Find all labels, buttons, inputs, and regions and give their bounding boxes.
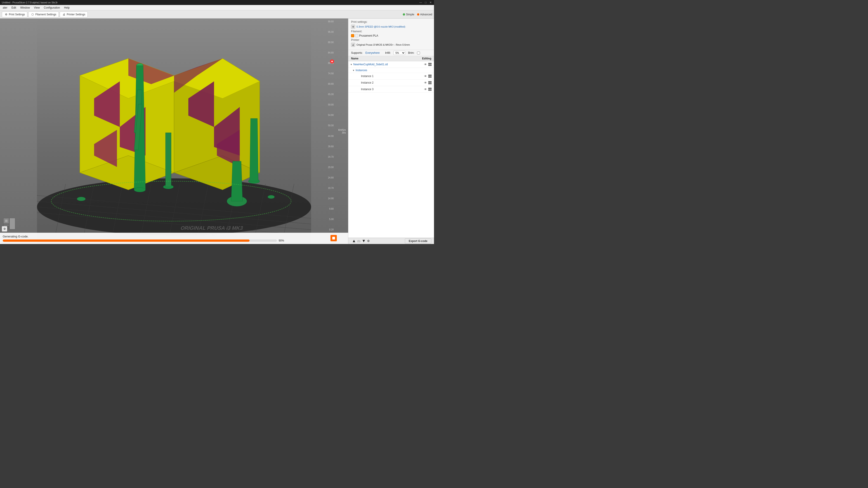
instance-3-edit-icon[interactable] (428, 87, 432, 92)
supports-label: Supports: (351, 51, 363, 55)
print-settings-label: Print Settings (9, 13, 25, 16)
advanced-mode-dot (417, 13, 419, 15)
progress-label: Generating G-code. (3, 235, 345, 238)
menu-item-edit[interactable]: Edit (10, 6, 18, 10)
editing-column-header: Editing (422, 57, 431, 60)
progress-track (3, 239, 277, 242)
settings-gear-icon[interactable]: ⚙ (367, 239, 370, 242)
ruler-mark-11: 44.90 (323, 135, 335, 137)
root-visibility-icon[interactable]: 👁 (423, 62, 428, 67)
menu-item-view[interactable]: View (32, 6, 41, 10)
root-object-name[interactable]: NewHexCupMold_Side01.stl (353, 63, 423, 66)
svg-text:ORIGINAL PRUSA i3 MK3: ORIGINAL PRUSA i3 MK3 (180, 225, 244, 231)
ruler-mark-10: 50.00 (323, 124, 335, 127)
settings-icon-button[interactable]: ⚙ (2, 226, 7, 232)
print-profile-row: ⚙ 0.3mm SPEED @0.6 nozzle MK3 (modified) (351, 25, 431, 29)
print-profile-icon: ⚙ (351, 25, 355, 29)
svg-point-42 (268, 195, 274, 199)
ruler-mark-20: 0.20 (323, 228, 335, 231)
ruler-mark-14: 29.90 (323, 166, 335, 168)
ruler-mark-5: 74.90 (323, 72, 335, 75)
filament-settings-icon: ⬡ (31, 13, 34, 16)
minimize-button[interactable]: — (419, 1, 422, 4)
stop-button[interactable] (331, 235, 337, 241)
menu-item-window[interactable]: Window (18, 6, 32, 10)
object-list-header: Name Editing (348, 56, 434, 61)
ruler-mark-18: 9.80 (323, 207, 335, 210)
simple-mode-dot (403, 13, 405, 15)
menu-item-configuration[interactable]: Configuration (42, 6, 62, 10)
progress-fill (3, 239, 250, 242)
advanced-mode-label: Advanced (420, 13, 432, 16)
menu-item-file[interactable]: ater (1, 6, 9, 10)
printer-settings-icon: 🖨 (62, 13, 66, 16)
ruler-mark-8: 59.90 (323, 103, 335, 106)
supports-value: Everywhere (365, 51, 379, 55)
infill-select[interactable]: 5% 10% 15% 20% (393, 51, 405, 55)
svg-point-41 (77, 197, 86, 201)
instances-expand-arrow[interactable]: ▼ (352, 69, 355, 72)
layers-down-icon[interactable]: ▼ (362, 238, 366, 243)
window-controls: — □ ✕ (419, 1, 432, 4)
supports-infill-row: Supports: Everywhere Infill: 5% 10% 15% … (348, 50, 434, 56)
printer-settings-button[interactable]: 🖨 Printer Settings (60, 11, 88, 18)
instance-1-name[interactable]: Instance 1 (356, 74, 423, 78)
ruler-mark-0: 99.80 (323, 20, 335, 23)
instance-2-row: Instance 2 👁 (348, 79, 434, 86)
simple-mode-option[interactable]: Simple (403, 13, 414, 16)
ruler-mark-7: 65.00 (323, 93, 335, 96)
print-settings-label: Print settings: (351, 20, 368, 24)
layers-up-icon[interactable]: ▲ (352, 238, 356, 243)
ruler-mark-19: 5.00 (323, 218, 335, 221)
brim-checkbox[interactable] (417, 52, 420, 55)
time-estimate-label: 6h45m 30s (338, 129, 346, 134)
svg-point-32 (134, 188, 146, 192)
svg-marker-38 (250, 119, 258, 181)
printer-value-row: 🖨 Original Prusa i3 MK3S & MK3S+ - Revo … (351, 43, 431, 47)
instance-1-edit-icon[interactable] (428, 74, 432, 78)
filament-settings-button[interactable]: ⬡ Filament Settings (28, 11, 59, 18)
instance-3-row: Instance 3 👁 (348, 86, 434, 93)
print-settings-icon: ⚙ (4, 13, 8, 16)
bottom-bar: ▲ (1) ▼ ⚙ Export G-code (348, 238, 434, 244)
instance-2-name[interactable]: Instance 2 (356, 81, 423, 84)
ruler-mark-1: 95.00 (323, 31, 335, 33)
brim-label: Brim: (408, 51, 414, 55)
maximize-button[interactable]: □ (424, 1, 427, 4)
filament-white-swatch (355, 34, 358, 37)
ruler-marker-dot (330, 59, 334, 64)
print-settings-button[interactable]: ⚙ Print Settings (2, 11, 27, 18)
print-profile-value: 0.3mm SPEED @0.6 nozzle MK3 (modified) (356, 25, 405, 28)
filament-color-swatch (351, 34, 354, 37)
root-edit-icon[interactable] (428, 62, 432, 67)
instances-group-name[interactable]: Instances (355, 69, 432, 72)
instance-2-edit-icon[interactable] (428, 80, 432, 85)
svg-marker-36 (165, 133, 171, 187)
infill-label: Infill: (385, 51, 391, 55)
mode-selector: Simple Advanced (403, 13, 432, 16)
svg-text:⊞: ⊞ (5, 219, 8, 223)
svg-rect-47 (9, 218, 15, 229)
ruler: 99.80 95.00 89.90 84.80 80.90 74.90 69.8… (323, 19, 335, 233)
ruler-mark-13: 34.70 (323, 156, 335, 158)
export-gcode-button[interactable]: Export G-code (405, 238, 431, 244)
print-settings-row: Print settings: (351, 20, 431, 24)
name-column-header: Name (351, 57, 359, 60)
printer-name: Original Prusa i3 MK3S & MK3S+ - Revo 0.… (356, 43, 410, 46)
viewport[interactable]: ORIGINAL PRUSA i3 MK3 by Josef Prusa (0, 19, 348, 244)
ruler-mark-12: 39.80 (323, 145, 335, 148)
instance-3-name[interactable]: Instance 3 (356, 88, 423, 91)
toolbar: ⚙ Print Settings ⬡ Filament Settings 🖨 P… (0, 10, 434, 19)
simple-mode-label: Simple (406, 13, 414, 16)
bottom-toolbar: ⚙ (2, 226, 7, 232)
filament-settings-label: Filament Settings (35, 13, 56, 16)
instance-3-visibility-icon[interactable]: 👁 (423, 87, 428, 92)
layer-count: (1) (358, 240, 360, 242)
advanced-mode-option[interactable]: Advanced (417, 13, 432, 16)
ruler-mark-6: 69.80 (323, 83, 335, 85)
root-expand-arrow[interactable]: ▼ (350, 63, 353, 66)
menu-item-help[interactable]: Help (62, 6, 71, 10)
instance-1-visibility-icon[interactable]: 👁 (423, 74, 428, 78)
close-button[interactable]: ✕ (429, 1, 432, 4)
instance-2-visibility-icon[interactable]: 👁 (423, 80, 428, 85)
